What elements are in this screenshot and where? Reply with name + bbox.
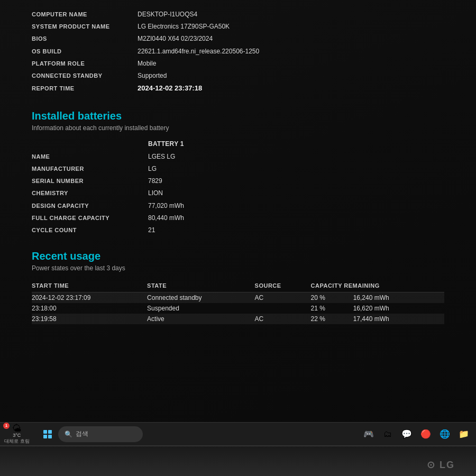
battery-label: NAME [32,152,148,162]
col-state: STATE [147,280,254,292]
battery-row: DESIGN CAPACITY77,020 mWh [32,201,444,211]
battery-value: 77,020 mWh [148,201,184,211]
battery-value: LGES LG [148,152,175,162]
col-start-time: START TIME [32,280,147,292]
usage-table: START TIME STATE SOURCE CAPACITY REMAINI… [32,280,444,324]
taskbar-icon-3[interactable]: 💬 [399,426,415,442]
taskbar-search[interactable]: 🔍 검색 [58,426,143,442]
battery-label: CHEMISTRY [32,189,148,198]
search-text: 검색 [76,429,88,438]
battery-label: SERIAL NUMBER [32,177,148,186]
usage-capacity-mwh: 16,240 mWh [353,292,444,304]
usage-state: Suspended [147,303,254,314]
sys-label: SYSTEM PRODUCT NAME [32,22,138,32]
battery-value: 80,440 mWh [148,213,184,223]
battery-value: LG [148,164,157,174]
lg-logo: ⊙ LG [427,459,455,471]
sys-value: 2024-12-02 23:37:18 [138,83,202,94]
sys-value: LG Electronics 17Z90SP-GA50K [138,22,230,32]
usage-table-header-row: START TIME STATE SOURCE CAPACITY REMAINI… [32,280,444,292]
usage-source: AC [255,314,311,324]
usage-row: 23:19:58 Active AC 22 % 17,440 mWh [32,314,444,324]
sys-row: REPORT TIME2024-12-02 23:37:18 [32,83,444,94]
usage-source: AC [255,292,311,304]
battery-value: LION [148,188,163,198]
sys-row: PLATFORM ROLEMobile [32,59,444,69]
battery-value: 21 [148,225,155,235]
sys-row: BIOSM2ZI0440 X64 02/23/2024 [32,34,444,44]
usage-state: Connected standby [147,292,254,304]
battery-table: BATTERY 1 NAMELGES LGMANUFACTURERLGSERIA… [32,140,444,235]
weather-temp: 3°C [13,433,21,438]
taskbar: 1 🌤 3°C 대체로 흐림 🔍 검색 🎮 🗂 💬 🔴 🌐 📁 [0,422,476,445]
battery-row: CYCLE COUNT21 [32,225,444,235]
battery-value: 7829 [148,176,162,186]
taskbar-right-icons: 🎮 🗂 💬 🔴 🌐 📁 [361,426,472,442]
sys-value: Supported [138,71,167,81]
main-content: COMPUTER NAMEDESKTOP-I1UOQS4SYSTEM PRODU… [0,0,476,324]
battery-label: FULL CHARGE CAPACITY [32,214,148,223]
sys-label: OS BUILD [32,47,138,57]
usage-section-title: Recent usage [32,250,444,262]
usage-row: 2024-12-02 23:17:09 Connected standby AC… [32,292,444,304]
battery-header-row: BATTERY 1 [32,140,444,148]
taskbar-icon-1[interactable]: 🎮 [361,426,377,442]
weather-label: 대체로 흐림 [4,438,30,445]
battery-row: FULL CHARGE CAPACITY80,440 mWh [32,213,444,223]
sys-row: CONNECTED STANDBYSupported [32,71,444,81]
monitor-bezel: ⊙ LG [0,445,476,476]
weather-icon: 🌤 [12,424,22,433]
col-capacity-remaining: CAPACITY REMAINING [311,280,444,292]
weather-widget[interactable]: 1 🌤 3°C 대체로 흐림 [4,424,30,445]
search-icon: 🔍 [65,431,72,438]
sys-label: CONNECTED STANDBY [32,71,138,81]
battery-label: DESIGN CAPACITY [32,202,148,211]
screen: COMPUTER NAMEDESKTOP-I1UOQS4SYSTEM PRODU… [0,0,476,476]
usage-source [255,303,311,314]
usage-state: Active [147,314,254,324]
battery-row: MANUFACTURERLG [32,164,444,174]
sys-value: 22621.1.amd64fre.ni_release.220506-1250 [138,47,259,57]
usage-start-time: 2024-12-02 23:17:09 [32,292,147,304]
battery-section: Installed batteries Information about ea… [32,110,444,235]
windows-logo [43,430,52,438]
col-source: SOURCE [255,280,311,292]
usage-start-time: 23:18:00 [32,303,147,314]
battery-section-title: Installed batteries [32,110,444,122]
usage-section-subtitle: Power states over the last 3 days [32,264,444,272]
weather-badge: 1 [3,423,10,429]
battery-section-subtitle: Information about each currently install… [32,124,444,132]
sys-value: Mobile [138,59,156,69]
sys-value: DESKTOP-I1UOQS4 [138,10,197,20]
taskbar-icon-5[interactable]: 🌐 [437,426,453,442]
usage-capacity-pct: 21 % [311,303,353,314]
usage-section: Recent usage Power states over the last … [32,250,444,324]
sys-row: SYSTEM PRODUCT NAMELG Electronics 17Z90S… [32,22,444,32]
sys-row: OS BUILD22621.1.amd64fre.ni_release.2205… [32,47,444,57]
taskbar-icon-6[interactable]: 📁 [456,426,472,442]
usage-capacity-pct: 20 % [311,292,353,304]
sys-value: M2ZI0440 X64 02/23/2024 [138,34,213,44]
sys-label: REPORT TIME [32,84,138,94]
battery-row: SERIAL NUMBER7829 [32,176,444,186]
taskbar-icon-2[interactable]: 🗂 [380,426,396,442]
usage-capacity-mwh: 16,620 mWh [353,303,444,314]
usage-start-time: 23:19:58 [32,314,147,324]
sys-label: PLATFORM ROLE [32,59,138,69]
sys-label: BIOS [32,34,138,44]
battery-row: CHEMISTRYLION [32,188,444,198]
sys-label: COMPUTER NAME [32,10,138,20]
start-button[interactable] [39,426,56,443]
usage-row: 23:18:00 Suspended 21 % 16,620 mWh [32,303,444,314]
taskbar-icon-4[interactable]: 🔴 [418,426,434,442]
usage-capacity-mwh: 17,440 mWh [353,314,444,324]
battery-label: CYCLE COUNT [32,226,148,235]
battery-row: NAMELGES LG [32,152,444,162]
battery-col-header: BATTERY 1 [148,140,184,148]
usage-capacity-pct: 22 % [311,314,353,324]
battery-label: MANUFACTURER [32,164,148,174]
system-info-table: COMPUTER NAMEDESKTOP-I1UOQS4SYSTEM PRODU… [32,10,444,94]
sys-row: COMPUTER NAMEDESKTOP-I1UOQS4 [32,10,444,20]
